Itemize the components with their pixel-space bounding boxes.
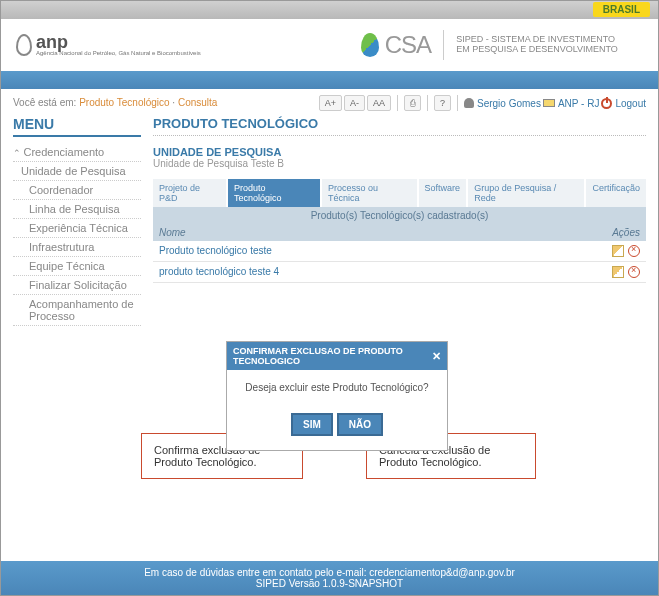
edit-icon[interactable] (612, 266, 624, 278)
csa-drop-icon (361, 33, 379, 57)
font-reset-button[interactable]: AA (367, 95, 391, 111)
row-name-link[interactable]: Produto tecnológico teste (159, 245, 590, 257)
page-title: PRODUTO TECNOLÓGICO (153, 116, 646, 136)
csa-name: CSA (385, 31, 431, 59)
sidebar: MENU Credenciamento Unidade de Pesquisa … (13, 116, 141, 326)
table-row: Produto tecnológico teste (153, 241, 646, 262)
envelope-icon (543, 99, 555, 107)
modal-title: CONFIRMAR EXCLUSAO DE PRODUTO TECNOLOGIC… (233, 346, 432, 366)
delete-icon[interactable] (628, 245, 640, 257)
table-row: produto tecnológico teste 4 (153, 262, 646, 283)
profile-icon (464, 98, 474, 108)
menu-title: MENU (13, 116, 141, 137)
blue-bar (1, 71, 658, 89)
footer-mail[interactable]: credenciamentop&d@anp.gov.br (369, 567, 515, 578)
sidebar-item-experiencia[interactable]: Experiência Técnica (13, 219, 141, 238)
modal-message: Deseja excluir este Produto Tecnológico? (227, 370, 447, 405)
confirm-modal: CONFIRMAR EXCLUSAO DE PRODUTO TECNOLOGIC… (226, 341, 448, 451)
row-name-link[interactable]: produto tecnológico teste 4 (159, 266, 590, 278)
drop-icon (16, 34, 32, 56)
tabs: Projeto de P&D Produto Tecnológico Proce… (153, 179, 646, 207)
breadcrumb-link-2[interactable]: Consulta (178, 97, 217, 108)
tab-processo[interactable]: Processo ou Técnica (322, 179, 417, 207)
power-icon (601, 98, 612, 109)
confirm-no-button[interactable]: NÃO (337, 413, 383, 436)
col-acoes: Ações (590, 227, 640, 238)
font-increase-button[interactable]: A+ (319, 95, 342, 111)
logout-link[interactable]: Logout (601, 98, 646, 109)
breadcrumb-link-1[interactable]: Produto Tecnológico (79, 97, 169, 108)
table-header: Nome Ações (153, 224, 646, 241)
help-icon[interactable] (434, 95, 451, 111)
sidebar-item-credenciamento[interactable]: Credenciamento (13, 143, 141, 162)
modal-close-icon[interactable]: ✕ (432, 350, 441, 363)
tab-software[interactable]: Software (419, 179, 467, 207)
footer: Em caso de dúvidas entre em contato pelo… (1, 561, 658, 595)
anp-subtitle: Agência Nacional do Petróleo, Gás Natura… (36, 50, 201, 56)
confirm-yes-button[interactable]: SIM (291, 413, 333, 436)
col-nome: Nome (159, 227, 590, 238)
delete-icon[interactable] (628, 266, 640, 278)
edit-icon[interactable] (612, 245, 624, 257)
section-subtitle: Unidade de Pesquisa Teste B (153, 158, 646, 169)
table-caption: Produto(s) Tecnológico(s) cadastrado(s) (153, 207, 646, 224)
brasil-badge[interactable]: BRASIL (593, 2, 650, 17)
sidebar-item-finalizar[interactable]: Finalizar Solicitação (13, 276, 141, 295)
tab-produto[interactable]: Produto Tecnológico (228, 179, 320, 207)
font-decrease-button[interactable]: A- (344, 95, 365, 111)
sidebar-item-unidade[interactable]: Unidade de Pesquisa (13, 162, 141, 181)
csa-desc-2: EM PESQUISA E DESENVOLVIMENTO (456, 45, 618, 55)
user-link[interactable]: Sergio Gomes (464, 98, 541, 109)
sidebar-item-linha[interactable]: Linha de Pesquisa (13, 200, 141, 219)
org-link[interactable]: ANP - RJ (543, 98, 600, 109)
section-title: UNIDADE DE PESQUISA (153, 146, 646, 158)
tab-projeto[interactable]: Projeto de P&D (153, 179, 226, 207)
anp-name: anp (36, 34, 201, 50)
topbar: BRASIL (1, 1, 658, 19)
sidebar-item-acompanhamento[interactable]: Acompanhamento de Processo (13, 295, 141, 326)
anp-logo: anp Agência Nacional do Petróleo, Gás Na… (16, 34, 201, 56)
sidebar-item-coordenador[interactable]: Coordenador (13, 181, 141, 200)
toolbar: A+ A- AA Sergio Gomes ANP - RJ Logout (319, 95, 646, 111)
main-content: PRODUTO TECNOLÓGICO UNIDADE DE PESQUISA … (153, 116, 646, 326)
print-icon[interactable] (404, 95, 421, 111)
csa-logo: CSA SIPED - SISTEMA DE INVESTIMENTO EM P… (361, 30, 618, 60)
sidebar-item-infraestrutura[interactable]: Infraestrutura (13, 238, 141, 257)
tab-grupo[interactable]: Grupo de Pesquisa / Rede (468, 179, 584, 207)
header: anp Agência Nacional do Petróleo, Gás Na… (1, 19, 658, 71)
footer-version: SIPED Versão 1.0.9-SNAPSHOT (1, 578, 658, 589)
tab-certificacao[interactable]: Certificação (586, 179, 646, 207)
sidebar-item-equipe[interactable]: Equipe Técnica (13, 257, 141, 276)
